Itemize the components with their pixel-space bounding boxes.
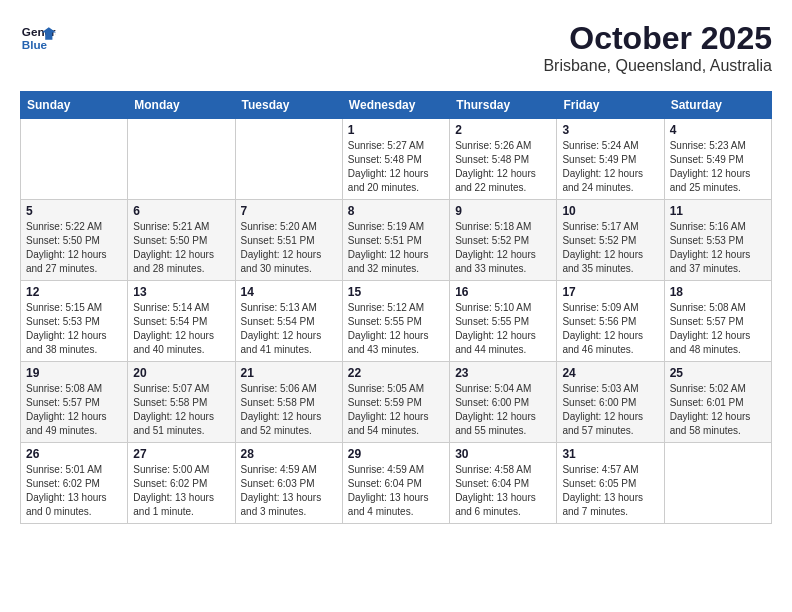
day-header-friday: Friday bbox=[557, 92, 664, 119]
calendar-cell: 15Sunrise: 5:12 AM Sunset: 5:55 PM Dayli… bbox=[342, 281, 449, 362]
day-number: 25 bbox=[670, 366, 766, 380]
day-number: 9 bbox=[455, 204, 551, 218]
week-row-1: 5Sunrise: 5:22 AM Sunset: 5:50 PM Daylig… bbox=[21, 200, 772, 281]
day-header-wednesday: Wednesday bbox=[342, 92, 449, 119]
day-number: 14 bbox=[241, 285, 337, 299]
calendar-cell: 5Sunrise: 5:22 AM Sunset: 5:50 PM Daylig… bbox=[21, 200, 128, 281]
day-number: 16 bbox=[455, 285, 551, 299]
day-info: Sunrise: 4:57 AM Sunset: 6:05 PM Dayligh… bbox=[562, 464, 643, 517]
calendar-cell: 29Sunrise: 4:59 AM Sunset: 6:04 PM Dayli… bbox=[342, 443, 449, 524]
day-number: 24 bbox=[562, 366, 658, 380]
day-info: Sunrise: 5:06 AM Sunset: 5:58 PM Dayligh… bbox=[241, 383, 322, 436]
day-number: 19 bbox=[26, 366, 122, 380]
calendar-cell: 6Sunrise: 5:21 AM Sunset: 5:50 PM Daylig… bbox=[128, 200, 235, 281]
calendar-cell: 24Sunrise: 5:03 AM Sunset: 6:00 PM Dayli… bbox=[557, 362, 664, 443]
day-number: 21 bbox=[241, 366, 337, 380]
calendar-cell: 18Sunrise: 5:08 AM Sunset: 5:57 PM Dayli… bbox=[664, 281, 771, 362]
day-info: Sunrise: 5:13 AM Sunset: 5:54 PM Dayligh… bbox=[241, 302, 322, 355]
day-header-thursday: Thursday bbox=[450, 92, 557, 119]
day-info: Sunrise: 5:08 AM Sunset: 5:57 PM Dayligh… bbox=[26, 383, 107, 436]
day-number: 31 bbox=[562, 447, 658, 461]
week-row-2: 12Sunrise: 5:15 AM Sunset: 5:53 PM Dayli… bbox=[21, 281, 772, 362]
calendar-cell: 14Sunrise: 5:13 AM Sunset: 5:54 PM Dayli… bbox=[235, 281, 342, 362]
day-number: 15 bbox=[348, 285, 444, 299]
day-info: Sunrise: 5:12 AM Sunset: 5:55 PM Dayligh… bbox=[348, 302, 429, 355]
calendar-cell: 30Sunrise: 4:58 AM Sunset: 6:04 PM Dayli… bbox=[450, 443, 557, 524]
calendar-cell: 16Sunrise: 5:10 AM Sunset: 5:55 PM Dayli… bbox=[450, 281, 557, 362]
logo: General Blue bbox=[20, 20, 56, 56]
day-info: Sunrise: 4:58 AM Sunset: 6:04 PM Dayligh… bbox=[455, 464, 536, 517]
calendar-cell bbox=[21, 119, 128, 200]
calendar-cell: 3Sunrise: 5:24 AM Sunset: 5:49 PM Daylig… bbox=[557, 119, 664, 200]
title-section: October 2025 Brisbane, Queensland, Austr… bbox=[543, 20, 772, 75]
day-info: Sunrise: 5:00 AM Sunset: 6:02 PM Dayligh… bbox=[133, 464, 214, 517]
day-number: 6 bbox=[133, 204, 229, 218]
day-info: Sunrise: 5:02 AM Sunset: 6:01 PM Dayligh… bbox=[670, 383, 751, 436]
calendar-header: SundayMondayTuesdayWednesdayThursdayFrid… bbox=[21, 92, 772, 119]
calendar-cell: 7Sunrise: 5:20 AM Sunset: 5:51 PM Daylig… bbox=[235, 200, 342, 281]
day-info: Sunrise: 5:08 AM Sunset: 5:57 PM Dayligh… bbox=[670, 302, 751, 355]
calendar-cell: 26Sunrise: 5:01 AM Sunset: 6:02 PM Dayli… bbox=[21, 443, 128, 524]
day-info: Sunrise: 5:21 AM Sunset: 5:50 PM Dayligh… bbox=[133, 221, 214, 274]
calendar-subtitle: Brisbane, Queensland, Australia bbox=[543, 57, 772, 75]
day-info: Sunrise: 5:16 AM Sunset: 5:53 PM Dayligh… bbox=[670, 221, 751, 274]
day-number: 18 bbox=[670, 285, 766, 299]
calendar-cell: 4Sunrise: 5:23 AM Sunset: 5:49 PM Daylig… bbox=[664, 119, 771, 200]
svg-text:Blue: Blue bbox=[22, 38, 48, 51]
day-info: Sunrise: 5:14 AM Sunset: 5:54 PM Dayligh… bbox=[133, 302, 214, 355]
day-info: Sunrise: 5:27 AM Sunset: 5:48 PM Dayligh… bbox=[348, 140, 429, 193]
calendar-cell bbox=[664, 443, 771, 524]
day-number: 12 bbox=[26, 285, 122, 299]
day-number: 7 bbox=[241, 204, 337, 218]
day-header-monday: Monday bbox=[128, 92, 235, 119]
calendar-cell: 1Sunrise: 5:27 AM Sunset: 5:48 PM Daylig… bbox=[342, 119, 449, 200]
day-info: Sunrise: 5:03 AM Sunset: 6:00 PM Dayligh… bbox=[562, 383, 643, 436]
day-number: 23 bbox=[455, 366, 551, 380]
day-number: 17 bbox=[562, 285, 658, 299]
calendar-cell: 12Sunrise: 5:15 AM Sunset: 5:53 PM Dayli… bbox=[21, 281, 128, 362]
calendar-body: 1Sunrise: 5:27 AM Sunset: 5:48 PM Daylig… bbox=[21, 119, 772, 524]
day-number: 20 bbox=[133, 366, 229, 380]
day-info: Sunrise: 5:26 AM Sunset: 5:48 PM Dayligh… bbox=[455, 140, 536, 193]
day-info: Sunrise: 5:10 AM Sunset: 5:55 PM Dayligh… bbox=[455, 302, 536, 355]
page-header: General Blue October 2025 Brisbane, Quee… bbox=[20, 20, 772, 75]
day-info: Sunrise: 5:15 AM Sunset: 5:53 PM Dayligh… bbox=[26, 302, 107, 355]
week-row-3: 19Sunrise: 5:08 AM Sunset: 5:57 PM Dayli… bbox=[21, 362, 772, 443]
day-number: 30 bbox=[455, 447, 551, 461]
day-info: Sunrise: 5:04 AM Sunset: 6:00 PM Dayligh… bbox=[455, 383, 536, 436]
calendar-cell: 27Sunrise: 5:00 AM Sunset: 6:02 PM Dayli… bbox=[128, 443, 235, 524]
day-info: Sunrise: 5:24 AM Sunset: 5:49 PM Dayligh… bbox=[562, 140, 643, 193]
calendar-cell: 19Sunrise: 5:08 AM Sunset: 5:57 PM Dayli… bbox=[21, 362, 128, 443]
day-number: 2 bbox=[455, 123, 551, 137]
day-number: 26 bbox=[26, 447, 122, 461]
day-info: Sunrise: 5:05 AM Sunset: 5:59 PM Dayligh… bbox=[348, 383, 429, 436]
day-info: Sunrise: 4:59 AM Sunset: 6:04 PM Dayligh… bbox=[348, 464, 429, 517]
day-number: 27 bbox=[133, 447, 229, 461]
calendar-cell: 13Sunrise: 5:14 AM Sunset: 5:54 PM Dayli… bbox=[128, 281, 235, 362]
calendar-cell: 21Sunrise: 5:06 AM Sunset: 5:58 PM Dayli… bbox=[235, 362, 342, 443]
day-info: Sunrise: 5:23 AM Sunset: 5:49 PM Dayligh… bbox=[670, 140, 751, 193]
calendar-cell: 2Sunrise: 5:26 AM Sunset: 5:48 PM Daylig… bbox=[450, 119, 557, 200]
day-info: Sunrise: 5:19 AM Sunset: 5:51 PM Dayligh… bbox=[348, 221, 429, 274]
calendar-cell bbox=[128, 119, 235, 200]
logo-icon: General Blue bbox=[20, 20, 56, 56]
calendar-cell: 20Sunrise: 5:07 AM Sunset: 5:58 PM Dayli… bbox=[128, 362, 235, 443]
calendar-cell: 22Sunrise: 5:05 AM Sunset: 5:59 PM Dayli… bbox=[342, 362, 449, 443]
day-number: 5 bbox=[26, 204, 122, 218]
week-row-4: 26Sunrise: 5:01 AM Sunset: 6:02 PM Dayli… bbox=[21, 443, 772, 524]
day-info: Sunrise: 4:59 AM Sunset: 6:03 PM Dayligh… bbox=[241, 464, 322, 517]
day-header-saturday: Saturday bbox=[664, 92, 771, 119]
day-number: 10 bbox=[562, 204, 658, 218]
calendar-title: October 2025 bbox=[543, 20, 772, 57]
day-number: 4 bbox=[670, 123, 766, 137]
day-number: 11 bbox=[670, 204, 766, 218]
calendar-cell: 28Sunrise: 4:59 AM Sunset: 6:03 PM Dayli… bbox=[235, 443, 342, 524]
day-number: 22 bbox=[348, 366, 444, 380]
day-number: 29 bbox=[348, 447, 444, 461]
calendar-cell: 17Sunrise: 5:09 AM Sunset: 5:56 PM Dayli… bbox=[557, 281, 664, 362]
day-number: 8 bbox=[348, 204, 444, 218]
calendar-cell: 11Sunrise: 5:16 AM Sunset: 5:53 PM Dayli… bbox=[664, 200, 771, 281]
calendar-cell: 25Sunrise: 5:02 AM Sunset: 6:01 PM Dayli… bbox=[664, 362, 771, 443]
calendar-cell: 9Sunrise: 5:18 AM Sunset: 5:52 PM Daylig… bbox=[450, 200, 557, 281]
day-info: Sunrise: 5:20 AM Sunset: 5:51 PM Dayligh… bbox=[241, 221, 322, 274]
